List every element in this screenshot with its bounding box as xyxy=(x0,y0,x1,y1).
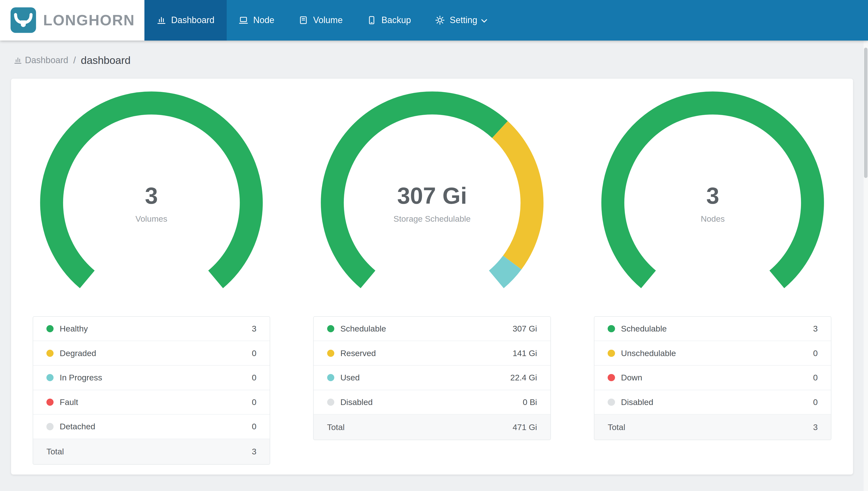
legend-total-label: Total xyxy=(46,447,252,456)
legend-label: Reserved xyxy=(340,348,513,358)
legend-row: Healthy3 xyxy=(33,317,270,341)
breadcrumb-section-label: Dashboard xyxy=(25,55,68,65)
nav-item-label: Volume xyxy=(313,15,343,25)
legend-label: Detached xyxy=(60,422,252,431)
nav-item-dashboard[interactable]: Dashboard xyxy=(145,0,226,40)
legend-total-value: 3 xyxy=(252,447,256,456)
legend-row: In Progress0 xyxy=(33,366,270,390)
legend-row: Disabled0 Bi xyxy=(314,390,550,415)
legend-color-dot xyxy=(46,399,54,406)
legend-value: 3 xyxy=(252,324,256,334)
nav-item-label: Node xyxy=(253,15,274,25)
gauge-panels: 3 Volumes Healthy3Degraded0In Progress0F… xyxy=(11,91,853,465)
legend-label: Schedulable xyxy=(340,324,513,334)
legend-total-label: Total xyxy=(327,423,513,432)
nav-item-label: Backup xyxy=(381,15,411,25)
gauge-segment-used xyxy=(496,262,512,280)
gauge-panel: 3 Volumes Healthy3Degraded0In Progress0F… xyxy=(11,91,292,465)
gauge-segment-schedulable xyxy=(613,103,812,280)
legend-row: Fault0 xyxy=(33,390,270,415)
main-nav: DashboardNodeVolumeBackupSetting xyxy=(145,0,499,40)
breadcrumb-separator: / xyxy=(73,55,76,66)
legend-color-dot xyxy=(608,325,615,332)
nav-item-setting[interactable]: Setting xyxy=(423,0,500,40)
breadcrumb-dashboard-link[interactable]: Dashboard xyxy=(14,55,68,65)
legend-row: Unschedulable0 xyxy=(594,341,831,366)
legend-row: Down0 xyxy=(594,366,831,390)
legend-total-value: 3 xyxy=(813,423,818,432)
legend-table: Healthy3Degraded0In Progress0Fault0Detac… xyxy=(33,316,270,465)
legend-color-dot xyxy=(608,374,615,381)
page-title: dashboard xyxy=(81,54,130,66)
legend-value: 0 xyxy=(813,373,818,382)
legend-label: Schedulable xyxy=(621,324,813,334)
donut-gauge: 3 Nodes xyxy=(600,91,825,315)
legend-row: Detached0 xyxy=(33,414,270,439)
legend-color-dot xyxy=(327,350,334,357)
gauge-arc-svg xyxy=(320,91,544,315)
legend-color-dot xyxy=(327,374,334,381)
legend-table: Schedulable3Unschedulable0Down0Disabled0… xyxy=(594,316,831,440)
legend-row: Disabled0 xyxy=(594,390,831,415)
legend-row: Reserved141 Gi xyxy=(314,341,550,366)
scrollbar[interactable] xyxy=(864,0,868,491)
donut-gauge: 3 Volumes xyxy=(39,91,264,315)
bar-chart-icon xyxy=(14,56,22,65)
longhorn-logo-icon xyxy=(10,7,36,33)
legend-label: Fault xyxy=(60,397,252,407)
legend-label: Used xyxy=(340,373,510,382)
brand-name: LONGHORN xyxy=(43,11,135,29)
top-navbar: LONGHORN DashboardNodeVolumeBackupSettin… xyxy=(0,0,868,40)
nav-item-label: Setting xyxy=(450,15,477,25)
legend-color-dot xyxy=(46,423,54,430)
legend-label: Disabled xyxy=(340,397,523,407)
gauge-panel: 307 Gi Storage Schedulable Schedulable30… xyxy=(292,91,572,465)
legend-color-dot xyxy=(46,350,54,357)
legend-color-dot xyxy=(608,350,615,357)
legend-row: Used22.4 Gi xyxy=(314,366,550,390)
legend-value: 0 xyxy=(252,397,256,407)
gauge-arc-svg xyxy=(39,91,264,315)
chevron-down-icon xyxy=(481,19,487,23)
scrollbar-thumb[interactable] xyxy=(864,48,868,178)
legend-label: Degraded xyxy=(60,348,252,358)
legend-total-value: 471 Gi xyxy=(513,423,537,432)
legend-value: 0 xyxy=(252,348,256,358)
gauge-segment-reserved xyxy=(500,129,532,262)
legend-row: Schedulable307 Gi xyxy=(314,317,550,341)
nav-item-volume[interactable]: Volume xyxy=(287,0,355,40)
gear-icon xyxy=(435,16,444,25)
donut-gauge: 307 Gi Storage Schedulable xyxy=(320,91,544,315)
legend-label: Unschedulable xyxy=(621,348,813,358)
nav-item-backup[interactable]: Backup xyxy=(355,0,423,40)
legend-label: Down xyxy=(621,373,813,382)
legend-color-dot xyxy=(608,399,615,406)
legend-value: 22.4 Gi xyxy=(510,373,537,382)
legend-value: 307 Gi xyxy=(513,324,537,334)
legend-total-row: Total 471 Gi xyxy=(314,414,550,440)
legend-value: 3 xyxy=(813,324,818,334)
legend-value: 141 Gi xyxy=(513,348,537,358)
logo[interactable]: LONGHORN xyxy=(0,0,145,40)
legend-color-dot xyxy=(327,399,334,406)
legend-value: 0 xyxy=(813,348,818,358)
legend-color-dot xyxy=(46,325,54,332)
dashboard-card: 3 Volumes Healthy3Degraded0In Progress0F… xyxy=(11,79,853,475)
nav-item-label: Dashboard xyxy=(171,15,214,25)
legend-color-dot xyxy=(327,325,334,332)
legend-row: Schedulable3 xyxy=(594,317,831,341)
legend-color-dot xyxy=(46,374,54,381)
legend-total-row: Total 3 xyxy=(33,439,270,464)
legend-value: 0 Bi xyxy=(523,397,537,407)
nav-item-node[interactable]: Node xyxy=(227,0,287,40)
legend-total-label: Total xyxy=(608,423,813,432)
backup-icon xyxy=(367,16,376,25)
legend-value: 0 xyxy=(252,422,256,431)
legend-total-row: Total 3 xyxy=(594,414,831,440)
breadcrumb: Dashboard / dashboard xyxy=(0,40,868,79)
bar-chart-icon xyxy=(157,16,166,25)
legend-value: 0 xyxy=(252,373,256,382)
legend-label: In Progress xyxy=(60,373,252,382)
gauge-segment-healthy xyxy=(52,103,251,280)
gauge-segment-schedulable xyxy=(332,103,500,280)
